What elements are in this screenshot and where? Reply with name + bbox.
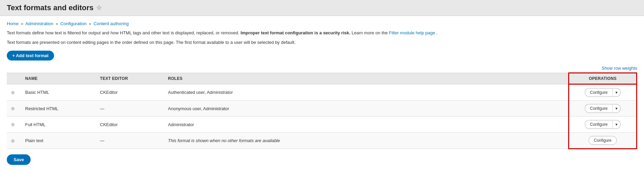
show-row-weights-link[interactable]: Show row weights bbox=[601, 66, 637, 71]
row-name-4: Plain text bbox=[25, 138, 43, 143]
table-row: ⊕ Plain text — This format is shown when… bbox=[7, 133, 637, 149]
row-editor-4: — bbox=[100, 138, 104, 143]
row-editor-1: CKEditor bbox=[100, 90, 118, 95]
name-cell-3: Full HTML bbox=[21, 117, 96, 133]
roles-cell-4: This format is shown when no other forma… bbox=[164, 133, 569, 149]
filter-module-link[interactable]: Filter module help page bbox=[389, 30, 435, 35]
row-roles-2: Anonymous user, Administrator bbox=[168, 106, 229, 111]
configure-button-4[interactable]: Configure bbox=[589, 136, 616, 145]
breadcrumb-content-authoring[interactable]: Content authoring bbox=[94, 21, 129, 26]
row-name-1: Basic HTML bbox=[25, 90, 49, 95]
desc1-pre: Text formats define how text is filtered… bbox=[7, 30, 239, 35]
col-operations: OPERATIONS bbox=[569, 73, 637, 84]
row-roles-3: Administrator bbox=[168, 122, 194, 127]
row-name-2: Restricted HTML bbox=[25, 106, 58, 111]
editor-cell-1: CKEditor bbox=[96, 84, 164, 101]
row-editor-3: CKEditor bbox=[100, 122, 118, 127]
roles-cell-2: Anonymous user, Administrator bbox=[164, 101, 569, 117]
drag-handle-1[interactable]: ⊕ bbox=[11, 90, 15, 95]
col-roles: ROLES bbox=[164, 73, 569, 84]
configure-wrap-2: Configure ▾ bbox=[573, 104, 632, 113]
configure-dropdown-3[interactable]: ▾ bbox=[612, 120, 621, 129]
page-header: Text formats and editors ☆ bbox=[0, 0, 644, 16]
name-cell-1: Basic HTML bbox=[21, 84, 96, 101]
name-cell-4: Plain text bbox=[21, 133, 96, 149]
page-content: Home » Administration » Configuration » … bbox=[0, 16, 644, 170]
table-row: ⊕ Full HTML CKEditor Administrator Confi… bbox=[7, 117, 637, 133]
ops-cell-4: Configure bbox=[569, 133, 637, 149]
configure-wrap-3: Configure ▾ bbox=[573, 120, 632, 129]
row-editor-2: — bbox=[100, 106, 104, 111]
configure-button-2[interactable]: Configure bbox=[585, 104, 612, 113]
col-name: NAME bbox=[21, 73, 96, 84]
drag-handle-3[interactable]: ⊕ bbox=[11, 122, 15, 127]
ops-cell-1: Configure ▾ bbox=[569, 84, 637, 101]
breadcrumb-configuration[interactable]: Configuration bbox=[60, 21, 86, 26]
desc1-post: . bbox=[436, 30, 438, 35]
drag-cell-1: ⊕ bbox=[7, 84, 21, 101]
add-text-format-button[interactable]: + Add text format bbox=[7, 51, 54, 61]
row-roles-1: Authenticated user, Administrator bbox=[168, 90, 233, 95]
title-text: Text formats and editors bbox=[7, 3, 94, 12]
roles-cell-3: Administrator bbox=[164, 117, 569, 133]
page-title: Text formats and editors ☆ bbox=[7, 3, 637, 12]
breadcrumb: Home » Administration » Configuration » … bbox=[7, 21, 637, 26]
table-row: ⊕ Restricted HTML — Anonymous user, Admi… bbox=[7, 101, 637, 117]
show-row-weights-container: Show row weights bbox=[7, 66, 637, 71]
configure-wrap-1: Configure ▾ bbox=[573, 88, 632, 97]
configure-button-3[interactable]: Configure bbox=[585, 120, 612, 129]
formats-table: NAME TEXT EDITOR ROLES OPERATIONS ⊕ Basi… bbox=[7, 72, 637, 149]
table-header-row: NAME TEXT EDITOR ROLES OPERATIONS bbox=[7, 73, 637, 84]
save-button[interactable]: Save bbox=[7, 154, 31, 165]
drag-handle-2[interactable]: ⊕ bbox=[11, 106, 15, 111]
col-editor: TEXT EDITOR bbox=[96, 73, 164, 84]
desc1-bold: Improper text format configuration is a … bbox=[240, 30, 350, 35]
drag-handle-4[interactable]: ⊕ bbox=[11, 138, 15, 143]
editor-cell-4: — bbox=[96, 133, 164, 149]
description-2: Text formats are presented on content ed… bbox=[7, 39, 637, 46]
row-name-3: Full HTML bbox=[25, 122, 46, 127]
ops-cell-2: Configure ▾ bbox=[569, 101, 637, 117]
breadcrumb-administration[interactable]: Administration bbox=[25, 21, 53, 26]
roles-cell-1: Authenticated user, Administrator bbox=[164, 84, 569, 101]
breadcrumb-home[interactable]: Home bbox=[7, 21, 19, 26]
configure-dropdown-1[interactable]: ▾ bbox=[612, 88, 621, 97]
description-1: Text formats define how text is filtered… bbox=[7, 30, 637, 36]
ops-cell-3: Configure ▾ bbox=[569, 117, 637, 133]
drag-cell-2: ⊕ bbox=[7, 101, 21, 117]
editor-cell-3: CKEditor bbox=[96, 117, 164, 133]
desc1-post-pre: Learn more on the bbox=[352, 30, 389, 35]
table-row: ⊕ Basic HTML CKEditor Authenticated user… bbox=[7, 84, 637, 101]
star-icon[interactable]: ☆ bbox=[96, 4, 102, 12]
configure-button-1[interactable]: Configure bbox=[585, 88, 612, 97]
name-cell-2: Restricted HTML bbox=[21, 101, 96, 117]
col-drag bbox=[7, 73, 21, 84]
configure-dropdown-2[interactable]: ▾ bbox=[612, 104, 621, 113]
row-roles-4: This format is shown when no other forma… bbox=[168, 138, 280, 143]
drag-cell-3: ⊕ bbox=[7, 117, 21, 133]
editor-cell-2: — bbox=[96, 101, 164, 117]
drag-cell-4: ⊕ bbox=[7, 133, 21, 149]
